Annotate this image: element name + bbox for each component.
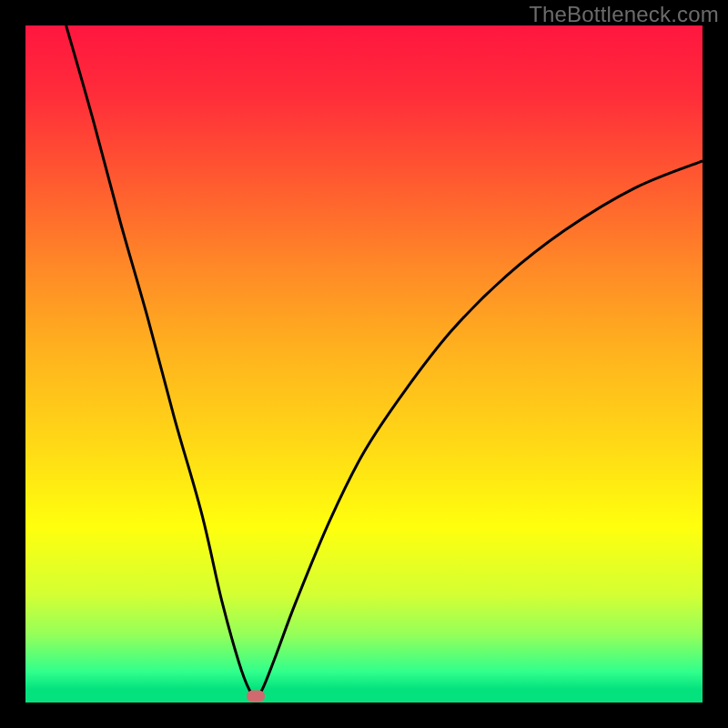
- plot-area: [25, 25, 703, 703]
- watermark-text: TheBottleneck.com: [529, 2, 719, 27]
- optimum-marker: [247, 690, 265, 702]
- curve-svg: [25, 25, 703, 703]
- bottleneck-curve: [66, 25, 703, 696]
- chart-frame: TheBottleneck.com: [0, 0, 728, 728]
